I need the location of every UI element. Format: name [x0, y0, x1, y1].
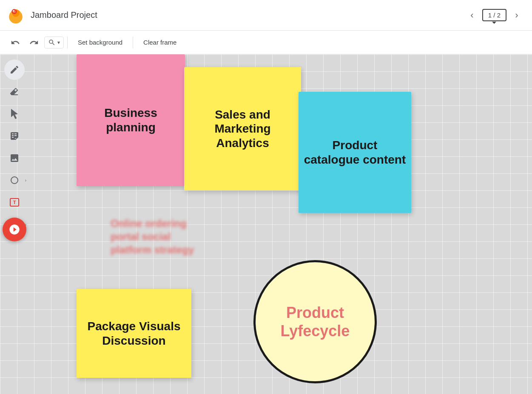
text-tool-button[interactable]: T	[4, 192, 25, 213]
zoom-control[interactable]: ▾	[44, 37, 64, 48]
frame-nav-controls: ‹ 1 / 2 ›	[464, 7, 525, 24]
select-tool-button[interactable]	[4, 104, 25, 124]
note-text-product-catalogue: Product catalogue content	[304, 138, 406, 167]
app-header: Jamboard Project ‹ 1 / 2 ›	[0, 0, 532, 31]
image-tool-button[interactable]	[4, 148, 25, 168]
shape-tool-button[interactable]: ›	[4, 170, 25, 190]
sticky-note-sales-marketing[interactable]: Sales and Marketing Analytics	[184, 67, 301, 190]
eraser-tool-button[interactable]	[4, 82, 25, 102]
toolbar-separator-2	[133, 37, 133, 48]
pen-tool-button[interactable]: ›	[4, 60, 25, 80]
redo-button[interactable]	[26, 34, 43, 51]
svg-text:T: T	[13, 200, 16, 205]
app-logo	[7, 6, 25, 24]
undo-button[interactable]	[7, 34, 24, 51]
svg-point-5	[13, 10, 14, 11]
blurred-note: Online orderingportal socialplatform str…	[111, 217, 194, 257]
clear-frame-button[interactable]: Clear frame	[137, 35, 183, 49]
frame-indicator: 1 / 2	[482, 9, 506, 21]
note-text-business-planning: Business planning	[82, 106, 180, 134]
app-title: Jamboard Project	[31, 10, 464, 20]
circle-text-product-lifecycle: Product Lyfecycle	[256, 303, 375, 340]
toolbar: ▾ Set background Clear frame	[0, 31, 532, 54]
svg-point-6	[11, 177, 18, 184]
note-text-sales-marketing: Sales and Marketing Analytics	[189, 108, 296, 150]
left-sidebar: › › T	[0, 54, 29, 394]
circle-product-lifecycle[interactable]: Product Lyfecycle	[253, 260, 377, 383]
sticky-note-business-planning[interactable]: Business planning	[77, 54, 185, 186]
assistant-fab-button[interactable]	[3, 218, 26, 241]
canvas-area[interactable]: › › T Business planning Sales and Market…	[0, 54, 532, 394]
sticky-note-tool-button[interactable]	[4, 126, 25, 146]
zoom-dropdown-arrow: ▾	[57, 40, 60, 45]
frame-label: 1 / 2	[488, 11, 501, 19]
prev-frame-button[interactable]: ‹	[464, 7, 481, 24]
next-frame-button[interactable]: ›	[508, 7, 525, 24]
toolbar-separator-1	[67, 37, 68, 48]
set-background-button[interactable]: Set background	[71, 35, 129, 49]
sticky-note-package-visuals[interactable]: Package Visuals Discussion	[77, 289, 191, 378]
sticky-note-product-catalogue[interactable]: Product catalogue content	[299, 92, 411, 213]
note-text-package-visuals: Package Visuals Discussion	[82, 319, 186, 348]
